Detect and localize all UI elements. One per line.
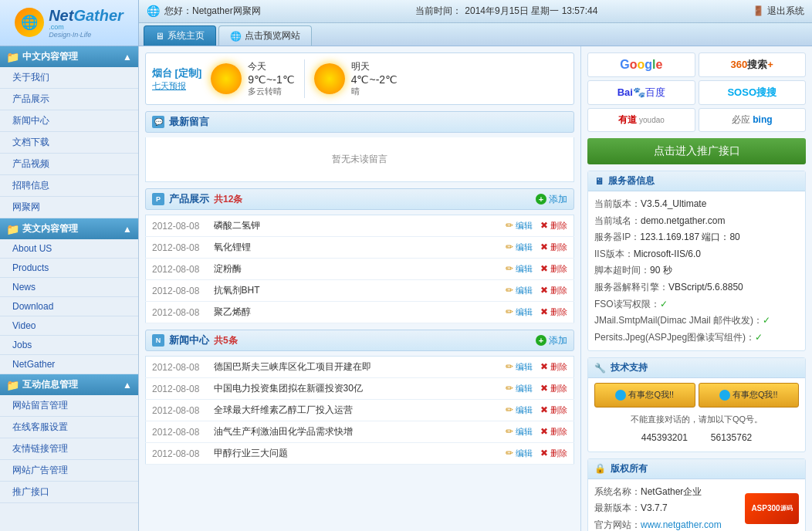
weather-tomorrow-icon [314,63,345,94]
del-btn-1[interactable]: 删除 [550,242,567,252]
collapse-icon-en: ▲ [123,224,132,235]
pencil-icon: ✏ [506,263,513,274]
sidebar-item-products-en[interactable]: Products [0,259,138,278]
bing-btn[interactable]: 必应 bing [699,108,807,132]
news-del-btn-4[interactable]: 删除 [550,448,567,458]
sidebar-section-interactive[interactable]: 📁 互动信息管理 ▲ [0,374,138,395]
del-btn-3[interactable]: 删除 [550,286,567,295]
server-info-title: 服务器信息 [608,174,655,188]
weather-forecast-link[interactable]: 七天预报 [152,80,201,92]
table-row: 2012-08-08 中国电力投资集团拟在新疆投资30亿 ✏ 编辑 ✖ 删除 [146,378,574,400]
sidebar-item-links[interactable]: 友情链接管理 [0,438,138,460]
messages-empty: 暂无未读留言 [145,137,574,182]
edit-btn-0[interactable]: 编辑 [516,221,533,230]
datetime-label: 当前时间： [415,5,462,18]
360-btn[interactable]: 360搜索+ [699,52,807,77]
products-table: 2012-08-08 磷酸二氢钾 ✏ 编辑 ✖ 删除 2012-08-08 氧化… [145,215,574,323]
sidebar-item-news-cn[interactable]: 新闻中心 [0,110,138,132]
support-btn-1[interactable]: 有事您Q我!! [594,383,695,408]
sidebar-item-download-en[interactable]: Download [0,297,138,316]
sidebar-item-netgather-en[interactable]: NetGather [0,355,138,374]
news-del-btn-0[interactable]: 删除 [550,362,567,371]
del-btn-4[interactable]: 删除 [550,307,567,316]
server-info-box: 🖥 服务器信息 当前版本：V3.5.4_Ultimate 当前域名：demo.n… [587,171,806,351]
datetime-value: 2014年9月15日 星期一 13:57:44 [465,5,597,18]
logout-btn[interactable]: 🚪 退出系统 [753,5,804,18]
promo-btn[interactable]: 点击进入推广接口 [587,138,806,164]
sidebar-item-promo[interactable]: 推广接口 [0,482,138,503]
edit-btn-2[interactable]: 编辑 [516,264,533,273]
news-delete-icon-1: ✖ [540,383,548,394]
qq-icon-2 [719,390,730,401]
news-edit-btn-4[interactable]: 编辑 [516,448,533,458]
sidebar-item-recruit-cn[interactable]: 招聘信息 [0,175,138,197]
qq-number-1: 445393201 [641,430,688,447]
tab-preview[interactable]: 🌐 点击预览网站 [218,25,312,46]
google-btn[interactable]: Google [587,52,695,77]
weather-tomorrow: 明天 4℃~-2℃ 晴 [314,60,398,97]
sidebar-item-video-en[interactable]: Video [0,316,138,336]
delete-icon-1: ✖ [540,242,548,252]
news-edit-btn-3[interactable]: 编辑 [516,427,533,436]
sidebar-item-video-cn[interactable]: 产品视频 [0,154,138,175]
sidebar-item-msg[interactable]: 网站留言管理 [0,395,138,417]
sidebar-item-netgather-cn[interactable]: 网聚网 [0,197,138,218]
news-del-btn-1[interactable]: 删除 [550,384,567,393]
pencil-icon: ✏ [506,383,513,394]
table-row: 2012-08-08 全球最大纤维素乙醇工厂投入运营 ✏ 编辑 ✖ 删除 [146,400,574,421]
products-title: 产品展示 [169,192,209,206]
sidebar-item-news-en[interactable]: News [0,278,138,297]
sidebar-item-products-cn[interactable]: 产品展示 [0,89,138,110]
sidebar-item-about-en[interactable]: About US [0,239,138,259]
folder-icon-en: 📁 [6,223,19,235]
news-add-btn[interactable]: + 添加 [536,334,567,347]
edit-btn-3[interactable]: 编辑 [516,286,533,295]
edit-btn-1[interactable]: 编辑 [516,242,533,252]
edit-btn-4[interactable]: 编辑 [516,307,533,316]
sidebar-item-download-cn[interactable]: 文档下载 [0,132,138,154]
right-panel: Google 360搜索+ Bai🐾百度 SOSO搜搜 有道 youdao 必应… [580,46,812,531]
news-delete-icon-4: ✖ [540,448,548,458]
sidebar-item-about-cn[interactable]: 关于我们 [0,67,138,89]
news-edit-btn-2[interactable]: 编辑 [516,405,533,414]
support-icon: 🔧 [594,363,606,374]
news-add-circle-icon: + [536,335,546,346]
del-btn-2[interactable]: 删除 [550,264,567,273]
support-btn-2[interactable]: 有事您Q我!! [699,383,800,408]
news-edit-btn-1[interactable]: 编辑 [516,384,533,393]
table-row: 2012-08-08 德国巴斯夫三峡库区化工项目开建在即 ✏ 编辑 ✖ 删除 [146,357,574,378]
sidebar-item-jobs-en[interactable]: Jobs [0,336,138,355]
sidebar-item-ads[interactable]: 网站广告管理 [0,460,138,482]
sidebar-item-livechat[interactable]: 在线客服设置 [0,417,138,438]
tab-preview-label: 点击预览网站 [245,29,300,42]
sidebar-section-cn[interactable]: 📁 中文内容管理 ▲ [0,46,138,67]
sidebar-section-en[interactable]: 📁 英文内容管理 ▲ [0,218,138,239]
logout-label: 退出系统 [767,5,804,18]
table-row: 2012-08-08 氧化锂锂 ✏ 编辑 ✖ 删除 [146,237,574,259]
tab-home[interactable]: 🖥 系统主页 [144,25,216,46]
news-table: 2012-08-08 德国巴斯夫三峡库区化工项目开建在即 ✏ 编辑 ✖ 删除 2… [145,356,574,465]
soso-btn[interactable]: SOSO搜搜 [699,80,807,105]
news-edit-btn-0[interactable]: 编辑 [516,362,533,371]
sidebar-section-interactive-label: 互动信息管理 [22,378,78,391]
weather-tomorrow-temp: 4℃~-2℃ [351,73,398,86]
greeting-text: 您好：Netgather网聚网 [164,5,261,18]
youdao-btn[interactable]: 有道 youdao [587,108,695,132]
pencil-icon: ✏ [506,220,513,231]
pencil-icon: ✏ [506,285,513,296]
logout-icon: 🚪 [753,5,764,16]
sys-name: 系统名称：NetGather企业 [594,484,722,501]
qq-number-2: 56135762 [711,430,752,447]
server-engine: 服务器解释引擎：VBScript/5.6.8850 [594,279,799,296]
logo-domain: .com [49,23,123,31]
news-del-btn-2[interactable]: 删除 [550,405,567,414]
sidebar-items-cn: 关于我们 产品展示 新闻中心 文档下载 产品视频 招聘信息 网聚网 [0,67,138,218]
news-del-btn-3[interactable]: 删除 [550,427,567,436]
news-delete-icon-2: ✖ [540,404,548,415]
products-add-btn[interactable]: + 添加 [536,193,567,206]
products-add-label: 添加 [549,193,567,206]
news-delete-icon-3: ✖ [540,426,548,437]
server-iis: IIS版本：Microsoft-IIS/6.0 [594,246,799,263]
del-btn-0[interactable]: 删除 [550,221,567,230]
baidu-btn[interactable]: Bai🐾百度 [587,80,695,105]
